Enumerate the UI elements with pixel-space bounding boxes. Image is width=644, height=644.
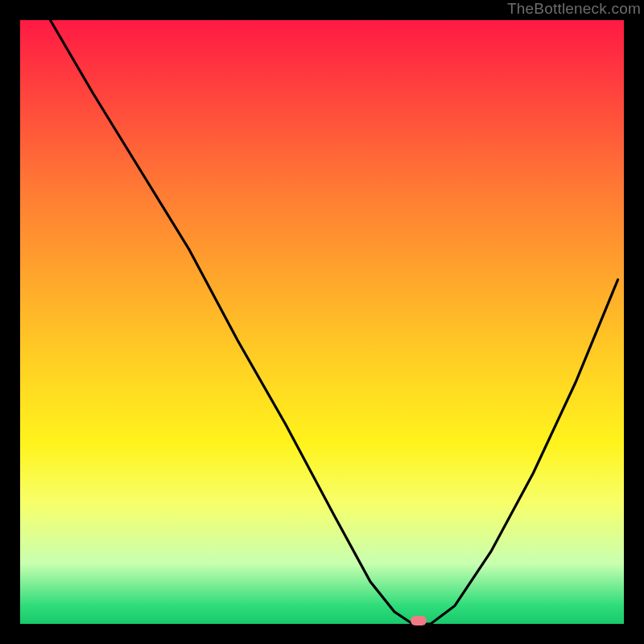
bottleneck-curve	[20, 20, 624, 624]
watermark-text: TheBottleneck.com	[507, 0, 641, 18]
plot-area	[20, 20, 624, 624]
curve-path	[51, 20, 618, 624]
optimum-marker	[411, 616, 427, 625]
chart-frame: TheBottleneck.com	[0, 0, 644, 644]
